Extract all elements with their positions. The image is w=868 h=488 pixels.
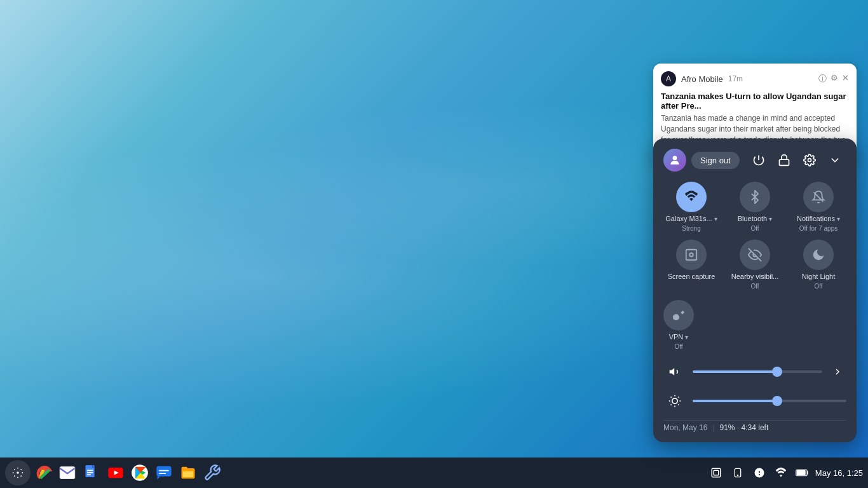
battery-icon[interactable] [794, 464, 811, 482]
wifi-tile-label: Galaxy M31s... ▾ [665, 215, 717, 222]
vpn-tile-icon [663, 300, 694, 330]
notification-actions: ⓘ ⚙ ✕ [818, 73, 849, 85]
notification-header: A Afro Mobile 17m ⓘ ⚙ ✕ [661, 71, 849, 86]
taskbar-messages[interactable] [153, 461, 175, 484]
svg-point-19 [17, 477, 18, 478]
bluetooth-tile-sublabel: Off [750, 225, 759, 232]
qs-sliders [663, 360, 846, 412]
desktop: A Afro Mobile 17m ⓘ ⚙ ✕ Tanzania makes U… [0, 0, 868, 488]
volume-icon [663, 360, 686, 383]
notification-source: A Afro Mobile 17m [661, 71, 743, 86]
volume-settings-icon[interactable] [829, 363, 846, 381]
bluetooth-tile-icon [740, 182, 770, 212]
brightness-icon [663, 390, 686, 412]
taskbar-toolkit[interactable] [201, 461, 224, 484]
svg-line-16 [678, 397, 679, 398]
notifications-tile-sublabel: Off for 7 apps [799, 225, 837, 232]
taskbar-docs[interactable] [80, 461, 103, 484]
svg-point-47 [780, 475, 782, 477]
wifi-info-icon[interactable] [750, 464, 768, 482]
notification-source-name: Afro Mobile [681, 74, 723, 84]
night-light-tile[interactable]: Night Light Off [790, 240, 846, 290]
sign-out-button[interactable]: Sign out [691, 152, 740, 169]
svg-point-8 [672, 398, 677, 403]
svg-rect-4 [686, 250, 697, 261]
taskbar-gmail[interactable] [56, 461, 79, 484]
svg-point-2 [808, 159, 811, 162]
svg-point-43 [737, 475, 738, 475]
screen-capture-tile-label: Screen capture [668, 273, 715, 280]
nearby-visibility-tile-sublabel: Off [750, 283, 759, 290]
nearby-visibility-tile[interactable]: Nearby visibil... Off [727, 240, 783, 290]
notification-close-icon[interactable]: ✕ [842, 73, 849, 85]
taskbar-files[interactable] [177, 461, 200, 484]
nearby-visibility-tile-icon [740, 240, 770, 270]
notifications-tile-label: Notifications ▾ [797, 215, 840, 222]
wifi-tile-icon [676, 182, 707, 212]
svg-rect-49 [796, 470, 805, 475]
taskbar: May 16, 1:25 [0, 458, 868, 488]
screen-capture-tile[interactable]: Screen capture [663, 240, 719, 290]
user-avatar[interactable] [663, 149, 686, 172]
svg-point-5 [689, 253, 693, 257]
svg-point-46 [759, 474, 760, 475]
lock-button[interactable] [773, 149, 796, 172]
brightness-slider-row [663, 390, 846, 412]
volume-slider[interactable] [693, 370, 822, 373]
svg-rect-39 [183, 471, 193, 477]
svg-rect-38 [156, 466, 171, 477]
svg-point-22 [14, 469, 15, 470]
screenshot-icon[interactable] [707, 464, 725, 482]
svg-marker-7 [670, 368, 675, 376]
expand-button[interactable] [824, 149, 846, 172]
qs-top-row: Sign out [663, 149, 846, 172]
svg-point-25 [20, 469, 22, 470]
wifi-tile-sublabel: Strong [682, 225, 700, 232]
svg-point-23 [20, 475, 22, 477]
bluetooth-tile[interactable]: Bluetooth ▾ Off [727, 182, 783, 232]
notification-settings-icon[interactable]: ⚙ [831, 73, 838, 85]
brightness-slider-thumb [772, 396, 782, 406]
svg-point-0 [673, 156, 677, 160]
taskbar-right: May 16, 1:25 [707, 464, 863, 482]
notification-info-icon[interactable]: ⓘ [818, 73, 827, 85]
taskbar-status: May 16, 1:25 [707, 464, 863, 482]
svg-point-20 [13, 472, 14, 473]
brightness-slider[interactable] [693, 400, 846, 402]
svg-line-11 [671, 397, 672, 398]
svg-rect-1 [780, 159, 789, 165]
qs-battery: 91% · 4:34 left [720, 423, 769, 432]
launcher-button[interactable] [5, 460, 31, 485]
night-light-tile-icon [803, 240, 834, 270]
quick-settings-panel: Sign out [653, 139, 857, 442]
qs-date: Mon, May 16 [663, 423, 707, 432]
settings-button[interactable] [798, 149, 821, 172]
notifications-tile[interactable]: Notifications ▾ Off for 7 apps [790, 182, 846, 232]
night-light-tile-label: Night Light [802, 273, 836, 280]
nearby-visibility-tile-label: Nearby visibil... [731, 273, 779, 280]
volume-slider-fill [693, 370, 777, 373]
screen-capture-tile-icon [676, 240, 707, 270]
svg-rect-32 [87, 470, 93, 471]
taskbar-youtube[interactable] [104, 461, 127, 484]
night-light-tile-sublabel: Off [814, 283, 822, 290]
power-button[interactable] [747, 149, 770, 172]
phone-hub-icon[interactable] [729, 464, 747, 482]
bluetooth-tile-label: Bluetooth ▾ [738, 215, 773, 222]
taskbar-play[interactable] [128, 461, 151, 484]
svg-line-15 [671, 404, 672, 405]
svg-rect-41 [714, 470, 719, 475]
svg-point-18 [17, 468, 18, 469]
wifi-signal-icon[interactable] [772, 464, 790, 482]
qs-tile-grid: Galaxy M31s... ▾ Strong Bluetooth ▾ Off [663, 182, 846, 290]
qs-bottom-status: Mon, May 16 | 91% · 4:34 left [663, 420, 846, 432]
vpn-tile-label: VPN ▾ [669, 333, 689, 341]
brightness-slider-fill [693, 400, 777, 402]
notification-time: 17m [728, 74, 743, 83]
notification-source-icon: A [661, 71, 676, 86]
wifi-tile[interactable]: Galaxy M31s... ▾ Strong [663, 182, 719, 232]
taskbar-time[interactable]: May 16, 1:25 [815, 468, 863, 478]
taskbar-left [5, 460, 224, 485]
taskbar-chrome[interactable] [32, 461, 55, 484]
vpn-tile[interactable]: VPN ▾ Off [663, 300, 694, 350]
